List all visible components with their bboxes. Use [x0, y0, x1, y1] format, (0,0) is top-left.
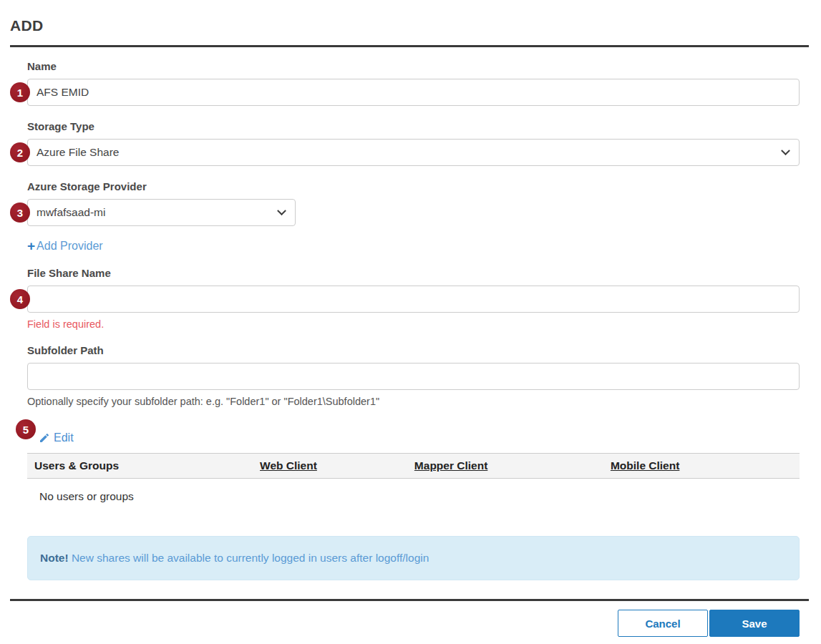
edit-link-label: Edit: [54, 431, 74, 444]
add-share-page: ADD Name 1 Storage Type 2 Azure File Sha…: [0, 0, 821, 637]
users-groups-table: Users & Groups Web Client Mapper Client …: [27, 453, 800, 510]
subfolder-path-label: Subfolder Path: [27, 344, 800, 356]
annotation-badge-4: 4: [10, 289, 30, 309]
file-share-name-field-wrap: 4: [27, 286, 800, 313]
annotation-badge-1: 1: [10, 82, 30, 102]
storage-type-select[interactable]: Azure File Share: [27, 139, 800, 166]
note-prefix: Note!: [40, 552, 69, 564]
column-header-mobile-client: Mobile Client: [603, 454, 800, 479]
column-header-mapper-client: Mapper Client: [407, 454, 603, 479]
edit-permissions-link[interactable]: 5 Edit: [27, 431, 74, 444]
column-header-users-groups: Users & Groups: [27, 454, 253, 479]
add-share-form: Name 1 Storage Type 2 Azure File Share A…: [27, 60, 800, 580]
storage-type-field-wrap: 2 Azure File Share: [27, 139, 800, 166]
azure-storage-provider-field-wrap: 3 mwfafsaad-mi: [27, 199, 800, 226]
name-label: Name: [27, 60, 800, 72]
page-title: ADD: [10, 17, 821, 34]
azure-storage-provider-select[interactable]: mwfafsaad-mi: [27, 199, 296, 226]
file-share-name-label: File Share Name: [27, 267, 800, 279]
annotation-badge-5: 5: [16, 419, 36, 439]
form-actions: Cancel Save: [0, 610, 800, 637]
empty-message: No users or groups: [27, 479, 800, 511]
subfolder-path-field-wrap: [27, 363, 800, 390]
annotation-badge-2: 2: [10, 142, 30, 162]
cancel-button[interactable]: Cancel: [618, 610, 708, 637]
note-alert: Note! New shares will be available to cu…: [27, 536, 800, 580]
pencil-icon: [39, 432, 50, 444]
name-input[interactable]: [27, 79, 800, 106]
azure-storage-provider-selected-value: mwfafsaad-mi: [37, 206, 105, 219]
top-divider: [10, 45, 809, 47]
annotation-badge-3: 3: [10, 203, 30, 223]
plus-icon: +: [27, 239, 35, 253]
file-share-name-error: Field is required.: [27, 318, 800, 330]
name-field-wrap: 1: [27, 79, 800, 106]
subfolder-path-input[interactable]: [27, 363, 800, 390]
add-provider-link[interactable]: + Add Provider: [27, 239, 103, 253]
save-button[interactable]: Save: [709, 610, 800, 637]
chevron-down-icon: [781, 146, 790, 155]
bottom-divider: [10, 599, 809, 601]
column-header-web-client: Web Client: [253, 454, 407, 479]
storage-type-selected-value: Azure File Share: [37, 146, 119, 159]
note-text: New shares will be available to currentl…: [69, 552, 429, 564]
table-empty-row: No users or groups: [27, 479, 800, 511]
add-provider-label: Add Provider: [37, 240, 103, 253]
storage-type-label: Storage Type: [27, 120, 800, 132]
azure-storage-provider-label: Azure Storage Provider: [27, 180, 800, 192]
chevron-down-icon: [277, 206, 286, 215]
subfolder-path-help: Optionally specify your subfolder path: …: [27, 396, 800, 407]
table-header-row: Users & Groups Web Client Mapper Client …: [27, 454, 800, 479]
file-share-name-input[interactable]: [27, 286, 800, 313]
